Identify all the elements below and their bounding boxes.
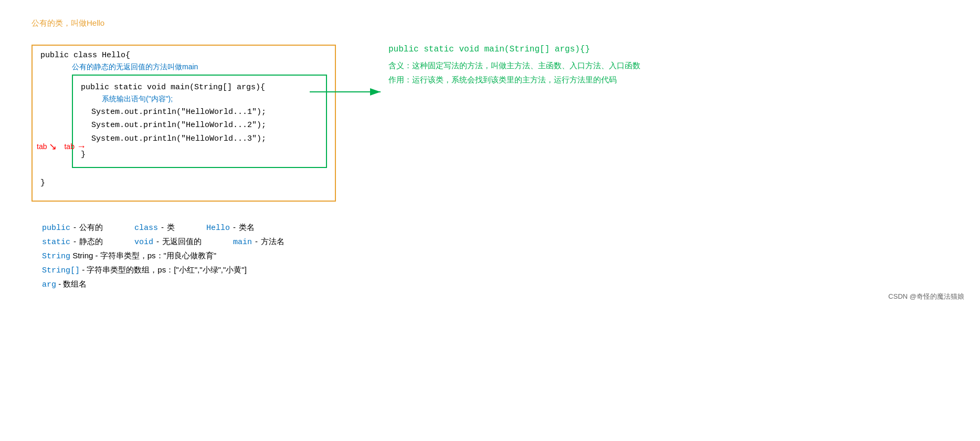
legend-void: void - 无返回值的 xyxy=(134,237,202,247)
dash-2: - xyxy=(161,223,164,232)
watermark: CSDN @奇怪的魔法猫娘 xyxy=(888,292,964,301)
meaning-static: 静态的 xyxy=(79,237,103,247)
keyword-main: main xyxy=(233,238,252,247)
main-signature-explanation: public static void main(String[] args){} xyxy=(388,45,640,54)
usage-text: 作用：运行该类，系统会找到该类里的主方法，运行方法里的代码 xyxy=(388,72,640,87)
println-line-1: System.out.println("HelloWorld...1"); xyxy=(91,106,318,119)
inner-closing-brace: } xyxy=(81,148,318,162)
main-container: 公有的类，叫做Hello public class Hello{ 公有的静态的无… xyxy=(0,0,980,309)
legend-class: class - 类 xyxy=(134,223,175,233)
legend-row-1: public - 公有的 class - 类 Hello - 类名 xyxy=(42,223,949,233)
outer-box-label: 公有的类，叫做Hello xyxy=(31,18,104,28)
system-output-label: 系统输出语句("内容"); xyxy=(102,94,318,104)
meaning-public: 公有的 xyxy=(79,223,103,233)
tab-label-2: tab xyxy=(64,142,74,151)
outer-first-line: public class Hello{ xyxy=(40,51,327,60)
legend-row-4: String[] - 字符串类型的数组，ps：["小红","小绿","小黄"] xyxy=(42,265,949,275)
keyword-void: void xyxy=(134,238,153,247)
legend-public: public - 公有的 xyxy=(42,223,103,233)
dash-4: - xyxy=(73,237,76,246)
meaning-void: 无返回值的 xyxy=(162,237,202,247)
keyword-static: static xyxy=(42,238,70,247)
legend-static: static - 静态的 xyxy=(42,237,103,247)
legend-row-3: String String - 字符串类型，ps："用良心做教育" xyxy=(42,251,949,261)
tab-arrow-2: → xyxy=(77,141,86,152)
tab-arrow-1: ↘ xyxy=(49,141,57,152)
meaning-class: 类 xyxy=(167,223,175,233)
meaning-main: 方法名 xyxy=(261,237,284,247)
tab-label-1: tab xyxy=(37,142,47,151)
keyword-arg: arg xyxy=(42,280,56,289)
tab-annotation-area: tab ↘ tab → xyxy=(37,141,86,152)
println-line-3: System.out.println("HelloWorld...3"); xyxy=(91,132,318,146)
legend-row-5: arg - 数组名 xyxy=(42,279,949,289)
right-explanation-panel: public static void main(String[] args){}… xyxy=(388,45,640,87)
legend-row-2: static - 静态的 void - 无返回值的 main - 方法名 xyxy=(42,237,949,247)
inner-box: public static void main(String[] args){ … xyxy=(72,75,327,168)
keyword-hello: Hello xyxy=(206,224,230,233)
meaning-hello: 类名 xyxy=(239,223,255,233)
keyword-string-array: String[] xyxy=(42,266,80,275)
inner-method-label: 公有的静态的无返回值的方法叫做main xyxy=(72,62,327,72)
legend-main: main - 方法名 xyxy=(233,237,284,247)
string-array-meaning: - 字符串类型的数组，ps：["小红","小绿","小黄"] xyxy=(82,265,247,274)
meaning-text: 含义：这种固定写法的方法，叫做主方法、主函数、入口方法、入口函数 xyxy=(388,58,640,72)
dash-3: - xyxy=(233,223,236,232)
keyword-class: class xyxy=(134,224,158,233)
dash-5: - xyxy=(156,237,159,246)
main-signature-line: public static void main(String[] args){ xyxy=(81,81,318,94)
legend-hello: Hello - 类名 xyxy=(206,223,255,233)
outer-box: public class Hello{ 公有的静态的无返回值的方法叫做main … xyxy=(31,45,336,202)
keyword-string: String xyxy=(42,252,70,261)
dash-1: - xyxy=(73,223,76,232)
dash-6: - xyxy=(255,237,258,246)
println-line-2: System.out.println("HelloWorld...2"); xyxy=(91,119,318,132)
string-meaning: String - 字符串类型，ps："用良心做教育" xyxy=(72,251,216,260)
outer-closing-brace: } xyxy=(40,178,327,187)
legend-section: public - 公有的 class - 类 Hello - 类名 static… xyxy=(42,223,949,289)
arg-meaning: - 数组名 xyxy=(58,279,87,288)
keyword-public: public xyxy=(42,224,70,233)
